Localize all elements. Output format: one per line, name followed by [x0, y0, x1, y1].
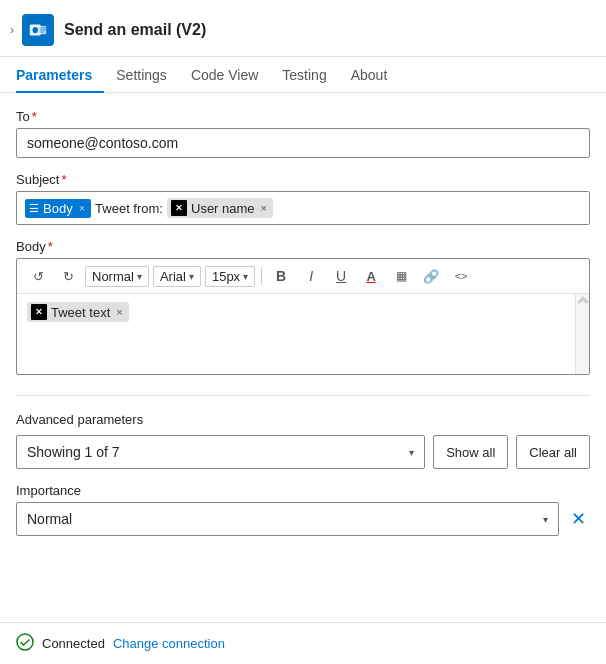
to-group: To * — [16, 109, 590, 158]
body-group: Body * ↺ ↻ Normal ▾ Arial ▾ 15px ▾ — [16, 239, 590, 375]
toolbar-divider-1 — [261, 267, 262, 285]
font-face-select[interactable]: Arial ▾ — [153, 266, 201, 287]
showing-select[interactable]: Showing 1 of 7 ▾ — [16, 435, 425, 469]
tab-about[interactable]: About — [339, 57, 400, 93]
font-style-label: Normal — [92, 269, 134, 284]
chip-username-label: User name — [191, 201, 255, 216]
undo-button[interactable]: ↺ — [25, 263, 51, 289]
header: › Send an email (V2) — [0, 0, 606, 57]
to-label: To * — [16, 109, 590, 124]
subject-required: * — [61, 172, 66, 187]
subject-chip-body[interactable]: ☰ Body × — [25, 199, 91, 218]
subject-label: Subject * — [16, 172, 590, 187]
showing-chevron: ▾ — [409, 447, 414, 458]
tab-bar: Parameters Settings Code View Testing Ab… — [0, 57, 606, 93]
chip-body-close[interactable]: × — [79, 202, 85, 214]
align-left-icon: ☰ — [29, 202, 39, 215]
connected-text: Connected — [42, 636, 105, 651]
svg-point-2 — [33, 27, 39, 33]
advanced-params-row: Showing 1 of 7 ▾ Show all Clear all — [16, 435, 590, 469]
chip-username-close[interactable]: × — [261, 202, 267, 214]
tab-code-view[interactable]: Code View — [179, 57, 270, 93]
font-style-select[interactable]: Normal ▾ — [85, 266, 149, 287]
change-connection-link[interactable]: Change connection — [113, 636, 225, 651]
advanced-params-section: Advanced parameters Showing 1 of 7 ▾ Sho… — [16, 412, 590, 469]
font-style-chevron: ▾ — [137, 271, 142, 282]
italic-button[interactable]: I — [298, 263, 324, 289]
tweet-x-icon: ✕ — [31, 304, 47, 320]
tweet-from-text: Tweet from: — [95, 201, 163, 216]
importance-chevron: ▾ — [543, 514, 548, 525]
rte-toolbar: ↺ ↻ Normal ▾ Arial ▾ 15px ▾ B I U — [17, 259, 589, 294]
importance-value: Normal — [27, 511, 72, 527]
link-button[interactable]: 🔗 — [418, 263, 444, 289]
tweet-chip-close[interactable]: × — [116, 306, 122, 318]
body-editor[interactable]: ↺ ↻ Normal ▾ Arial ▾ 15px ▾ B I U — [16, 258, 590, 375]
subject-input[interactable]: ☰ Body × Tweet from: ✕ User name × — [16, 191, 590, 225]
scroll-up-arrow[interactable] — [577, 296, 588, 307]
chip-body-label: Body — [43, 201, 73, 216]
clear-all-button[interactable]: Clear all — [516, 435, 590, 469]
subject-group: Subject * ☰ Body × Tweet from: ✕ User na… — [16, 172, 590, 225]
rte-body[interactable]: ✕ Tweet text × — [17, 294, 589, 374]
body-label: Body * — [16, 239, 590, 254]
font-size-select[interactable]: 15px ▾ — [205, 266, 255, 287]
tab-testing[interactable]: Testing — [270, 57, 338, 93]
font-face-chevron: ▾ — [189, 271, 194, 282]
show-all-button[interactable]: Show all — [433, 435, 508, 469]
font-color-button[interactable]: A — [358, 263, 384, 289]
subject-chip-username[interactable]: ✕ User name × — [167, 198, 273, 218]
section-divider — [16, 395, 590, 396]
to-required: * — [32, 109, 37, 124]
importance-group: Importance Normal ▾ ✕ — [16, 483, 590, 536]
importance-select[interactable]: Normal ▾ — [16, 502, 559, 536]
importance-clear-button[interactable]: ✕ — [567, 506, 590, 532]
underline-button[interactable]: U — [328, 263, 354, 289]
code-button[interactable]: <> — [448, 263, 474, 289]
to-input[interactable] — [16, 128, 590, 158]
page-title: Send an email (V2) — [64, 21, 206, 39]
body-required: * — [48, 239, 53, 254]
highlight-button[interactable]: ▦ — [388, 263, 414, 289]
tab-parameters[interactable]: Parameters — [16, 57, 104, 93]
rte-scrollbar[interactable] — [575, 294, 589, 374]
font-size-chevron: ▾ — [243, 271, 248, 282]
tweet-chip-label: Tweet text — [51, 305, 110, 320]
importance-label: Importance — [16, 483, 590, 498]
body-chip-tweet[interactable]: ✕ Tweet text × — [27, 302, 129, 322]
font-face-label: Arial — [160, 269, 186, 284]
font-size-label: 15px — [212, 269, 240, 284]
redo-button[interactable]: ↻ — [55, 263, 81, 289]
bold-button[interactable]: B — [268, 263, 294, 289]
back-chevron[interactable]: › — [10, 23, 14, 37]
tab-settings[interactable]: Settings — [104, 57, 179, 93]
importance-row: Normal ▾ ✕ — [16, 502, 590, 536]
content-area: To * Subject * ☰ Body × Tweet from: ✕ Us… — [0, 93, 606, 566]
connected-icon — [16, 633, 34, 654]
svg-point-7 — [17, 634, 33, 650]
outlook-icon — [22, 14, 54, 46]
footer: Connected Change connection — [0, 622, 606, 664]
twitter-x-icon: ✕ — [171, 200, 187, 216]
showing-label: Showing 1 of 7 — [27, 444, 120, 460]
advanced-params-title: Advanced parameters — [16, 412, 590, 427]
